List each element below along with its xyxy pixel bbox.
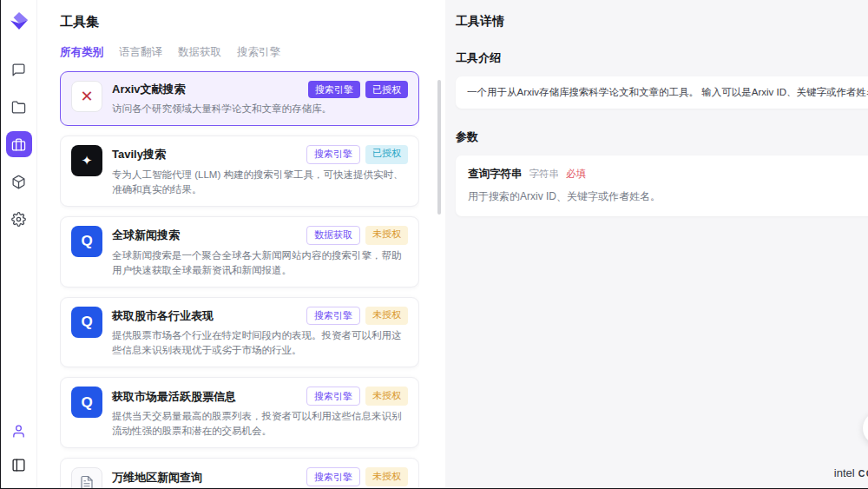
- params-section-title: 参数: [456, 129, 868, 145]
- app-window: 工具集 所有类别语言翻译数据获取搜索引擎 ✕ Arxiv文献搜索 搜索引擎 已授…: [0, 0, 868, 489]
- user-icon[interactable]: [6, 418, 32, 444]
- qlogo-icon: Q: [71, 226, 102, 257]
- param-type: 字符串: [529, 168, 560, 181]
- tool-intro-card: 一个用于从Arxiv存储库搜索科学论文和文章的工具。 输入可以是Arxiv ID…: [456, 76, 868, 109]
- tool-card[interactable]: ✦ Tavily搜索 搜索引擎 已授权 专为人工智能代理 (LLM) 构建的搜索…: [60, 135, 419, 207]
- tool-category-badge: 搜索引擎: [306, 467, 360, 486]
- tool-description: 全球新闻搜索是一个聚合全球各大新闻网站内容的搜索引擎，帮助用户快速获取全球最新资…: [112, 248, 408, 278]
- nav-rail: [1, 0, 37, 488]
- category-tab-3[interactable]: 搜索引擎: [237, 45, 280, 60]
- category-tab-1[interactable]: 语言翻译: [119, 45, 162, 60]
- tool-description: 专为人工智能代理 (LLM) 构建的搜索引擎工具，可快速提供实时、准确和真实的结…: [112, 168, 408, 197]
- tool-intro-text: 一个用于从Arxiv存储库搜索科学论文和文章的工具。 输入可以是Arxiv ID…: [467, 87, 868, 97]
- intel-core-logo: intel CORE: [834, 466, 868, 479]
- intro-section-title: 工具介绍: [456, 50, 868, 66]
- intel-text: intel: [834, 466, 855, 479]
- tool-list: ✕ Arxiv文献搜索 搜索引擎 已授权 访问各个研究领域大量科学论文和文章的存…: [60, 71, 419, 488]
- tool-description: 提供当天交易量最高的股票列表，投资者可以利用这些信息来识别流动性强的股票和潜在的…: [112, 409, 408, 439]
- core-text: CORE: [858, 468, 868, 479]
- tool-category-badge: 搜索引擎: [306, 145, 360, 164]
- param-description: 用于搜索的Arxiv ID、关键字或作者姓名。: [468, 189, 868, 204]
- tool-card[interactable]: 万维地区新闻查询 搜索引擎 未授权 查询具体行政区划内的新闻，快速了解各地新闻动…: [60, 458, 419, 488]
- panel-icon[interactable]: [6, 452, 32, 478]
- arxiv-icon: ✕: [71, 81, 102, 112]
- tools-panel-title: 工具集: [60, 14, 419, 30]
- tools-panel: 工具集 所有类别语言翻译数据获取搜索引擎 ✕ Arxiv文献搜索 搜索引擎 已授…: [37, 0, 445, 488]
- chat-icon[interactable]: [6, 56, 32, 83]
- tool-name: 全球新闻搜索: [112, 228, 180, 242]
- category-tab-0[interactable]: 所有类别: [60, 45, 103, 60]
- tool-auth-badge: 已授权: [365, 81, 408, 98]
- tool-name: Tavily搜索: [112, 147, 166, 162]
- app-logo-icon: [10, 11, 29, 30]
- tool-auth-badge: 未授权: [365, 467, 408, 486]
- folder-icon[interactable]: [6, 94, 32, 120]
- param-name: 查询字符串: [468, 167, 523, 182]
- detail-panel: 工具详情 工具介绍 一个用于从Arxiv存储库搜索科学论文和文章的工具。 输入可…: [445, 0, 868, 488]
- category-tab-2[interactable]: 数据获取: [178, 45, 221, 60]
- tool-category-badge: 搜索引擎: [308, 81, 360, 98]
- rail-bottom-icons: [6, 418, 32, 478]
- tool-auth-badge: 已授权: [365, 145, 408, 164]
- tool-category-badge: 搜索引擎: [306, 307, 360, 326]
- detail-panel-title: 工具详情: [456, 14, 868, 30]
- tool-category-badge: 搜索引擎: [306, 387, 360, 406]
- tool-auth-badge: 未授权: [365, 387, 408, 406]
- qlogo-icon: Q: [71, 387, 102, 418]
- tool-card[interactable]: Q 全球新闻搜索 数据获取 未授权 全球新闻搜索是一个聚合全球各大新闻网站内容的…: [60, 216, 419, 287]
- tool-auth-badge: 未授权: [365, 226, 408, 245]
- param-header: 查询字符串 字符串 必填: [468, 167, 868, 182]
- box-icon[interactable]: [6, 169, 32, 195]
- rail-top-icons: [6, 56, 32, 232]
- tool-card[interactable]: Q 获取股市各行业表现 搜索引擎 未授权 提供股票市场各个行业在特定时间段内的表…: [60, 297, 419, 368]
- category-tabs: 所有类别语言翻译数据获取搜索引擎: [60, 45, 419, 60]
- tool-auth-badge: 未授权: [365, 307, 408, 326]
- param-card: 查询字符串 字符串 必填 用于搜索的Arxiv ID、关键字或作者姓名。: [456, 155, 868, 216]
- tool-description: 提供股票市场各个行业在特定时间段内的表现。投资者可以利用这些信息来识别表现优于或…: [112, 328, 408, 358]
- download-button[interactable]: [863, 412, 868, 445]
- briefcase-icon[interactable]: [6, 131, 32, 157]
- tool-name: 获取市场最活跃股票信息: [112, 389, 236, 404]
- tool-category-badge: 数据获取: [306, 226, 360, 245]
- tool-description: 访问各个研究领域大量科学论文和文章的存储库。: [112, 102, 408, 116]
- newsdoc-icon: [71, 467, 102, 488]
- tool-name: 万维地区新闻查询: [112, 470, 202, 485]
- tool-name: 获取股市各行业表现: [112, 308, 214, 323]
- tavily-icon: ✦: [71, 145, 102, 176]
- tool-card[interactable]: Q 获取市场最活跃股票信息 搜索引擎 未授权 提供当天交易量最高的股票列表，投资…: [60, 377, 419, 448]
- scrollbar-thumb[interactable]: [437, 80, 441, 215]
- tool-card[interactable]: ✕ Arxiv文献搜索 搜索引擎 已授权 访问各个研究领域大量科学论文和文章的存…: [60, 71, 419, 126]
- qlogo-icon: Q: [71, 307, 102, 338]
- tool-name: Arxiv文献搜索: [112, 82, 186, 96]
- param-required-badge: 必填: [566, 168, 586, 181]
- settings-icon[interactable]: [6, 206, 32, 232]
